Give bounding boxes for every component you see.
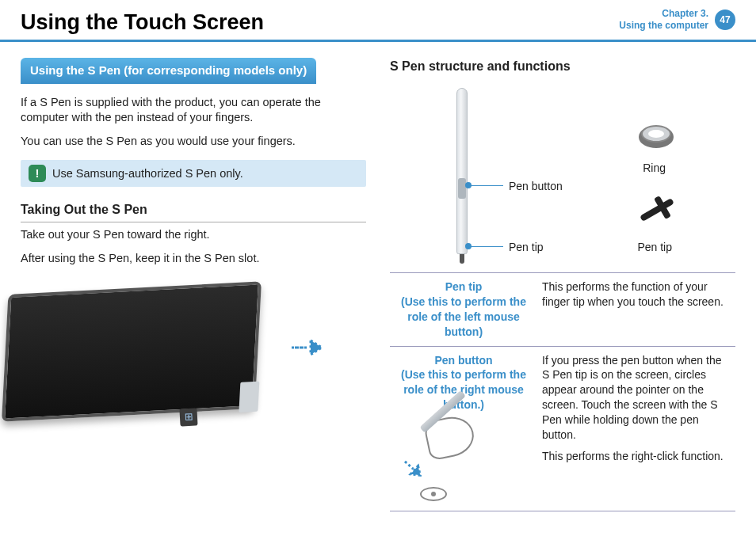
caution-text: Use Samsung-authorized S Pen only. [52, 166, 243, 182]
label-pen-tip: Pen tip [509, 240, 544, 255]
cell-key-pen-button: Pen button (Use this to perform the role… [390, 346, 537, 511]
chapter-label: Chapter 3. Using the computer [619, 8, 708, 32]
ring-graphic [639, 121, 674, 150]
val-p1: If you press the pen button when the S P… [542, 353, 731, 443]
key-subtitle: (Use this to perform the role of the lef… [395, 295, 533, 340]
spen-tip-graphic [460, 254, 464, 264]
label-pen-button: Pen button [509, 179, 563, 194]
cell-val-pen-tip: This performs the function of your finge… [537, 273, 735, 346]
subheading-structure: S Pen structure and functions [390, 58, 735, 75]
function-table: Pen tip (Use this to perform the role of… [390, 273, 735, 511]
illustration-tablet: ⊞ [21, 280, 366, 431]
val-p2: This performs the right-click function. [542, 449, 731, 464]
chapter-line1: Chapter 3. [619, 8, 708, 20]
table-row: Pen tip (Use this to perform the role of… [390, 273, 735, 346]
leader-line [468, 185, 503, 186]
takeout-p1: Take out your S Pen toward the right. [21, 227, 366, 243]
key-subtitle: (Use this to perform the role of the rig… [395, 367, 533, 412]
windows-key-icon: ⊞ [179, 409, 197, 427]
key-title: Pen button [395, 353, 533, 368]
tablet-device-graphic [2, 281, 262, 421]
arrow-right-icon [290, 338, 323, 362]
takeout-p2: After using the S Pen, keep it in the S … [21, 251, 366, 267]
subheading-take-out: Taking Out the S Pen [21, 201, 366, 222]
label-ring: Ring [643, 161, 666, 176]
right-column: S Pen structure and functions Pen button… [390, 58, 735, 511]
illustration-parts: Pen button Pen tip Ring Pen tip [390, 83, 735, 273]
spen-body-graphic [456, 88, 468, 254]
nib-graphic [632, 194, 680, 226]
svg-point-2 [648, 130, 664, 138]
table-row: Pen button (Use this to perform the role… [390, 346, 735, 511]
page-title: Using the Touch Screen [21, 8, 264, 40]
spen-button-graphic [458, 178, 466, 199]
section-tag: Using the S Pen (for corresponding model… [21, 58, 316, 83]
intro-paragraph-2: You can use the S Pen as you would use y… [21, 134, 366, 150]
cell-val-pen-button: If you press the pen button when the S P… [537, 346, 735, 511]
arrow-down-icon [396, 454, 427, 485]
chapter-block: Chapter 3. Using the computer 47 [619, 8, 735, 32]
hand-illustration [395, 417, 490, 504]
exclamation-icon: ! [29, 165, 46, 182]
target-icon [420, 487, 447, 501]
leader-line [468, 246, 503, 247]
pen-slot-graphic [239, 382, 259, 412]
intro-paragraph-1: If a S Pen is supplied with the product,… [21, 95, 366, 126]
key-title: Pen tip [395, 279, 533, 295]
left-column: Using the S Pen (for corresponding model… [21, 58, 366, 511]
label-nib-pen-tip: Pen tip [637, 240, 672, 255]
page-header: Using the Touch Screen Chapter 3. Using … [0, 0, 756, 42]
caution-note: ! Use Samsung-authorized S Pen only. [21, 160, 366, 187]
cell-key-pen-tip: Pen tip (Use this to perform the role of… [390, 273, 537, 346]
page-number-badge: 47 [715, 10, 735, 30]
chapter-line2: Using the computer [619, 20, 708, 32]
